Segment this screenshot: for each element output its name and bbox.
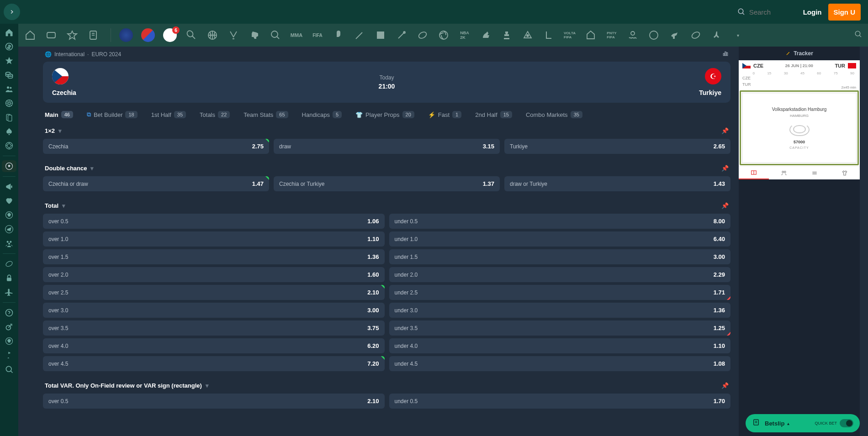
bet-over[interactable]: over 3.53.75 <box>43 320 385 336</box>
nav-promo[interactable] <box>2 181 16 193</box>
bet-over[interactable]: over 4.06.20 <box>43 338 385 353</box>
tab-fast[interactable]: ⚡ Fast 1 <box>428 111 461 118</box>
pin-icon[interactable]: 📌 <box>721 165 729 172</box>
bet-cz-or-tr[interactable]: Czechia or Turkiye 1.37 <box>274 176 500 191</box>
pin-icon[interactable]: 📌 <box>721 382 729 389</box>
strip-dota-icon[interactable] <box>374 29 387 42</box>
strip-voltafifa-icon[interactable]: VOLTAFIFA <box>563 29 576 42</box>
bet-under[interactable]: under 3.51.25 <box>389 320 731 336</box>
strip-greyhound-icon[interactable] <box>668 29 681 42</box>
bet-czechia[interactable]: Czechia 2.75 <box>43 139 269 154</box>
strip-soccer-icon[interactable]: 6 <box>163 28 177 42</box>
strip-copa-icon[interactable] <box>141 28 155 42</box>
strip-penaltyfifa-icon[interactable]: PNTYFIFA <box>605 29 618 42</box>
bet-over[interactable]: over 2.52.10 <box>43 285 385 300</box>
bet-over[interactable]: over 1.51.36 <box>43 249 385 264</box>
chevron-down-icon[interactable]: ▾ <box>206 382 209 389</box>
strip-live-icon[interactable] <box>45 29 58 42</box>
nav-cards[interactable] <box>2 111 16 123</box>
bet-over[interactable]: over 4.57.20 <box>43 356 385 371</box>
bet-over[interactable]: over 0.51.06 <box>43 214 385 229</box>
tab-1st-half[interactable]: 1st Half 35 <box>151 111 186 118</box>
tab-bet-builder[interactable]: ⧉ Bet Builder 18 <box>87 111 138 118</box>
strip-horse-icon[interactable] <box>479 29 492 42</box>
tab-2nd-half[interactable]: 2nd Half 15 <box>475 111 512 118</box>
strip-waterpolo-icon[interactable] <box>626 29 639 42</box>
nav-coins[interactable] <box>2 69 16 81</box>
strip-tennis-icon[interactable] <box>185 29 198 42</box>
tab-totals[interactable]: Totals 22 <box>200 111 230 118</box>
strip-euro-stars-icon[interactable] <box>119 28 133 42</box>
nav-football[interactable] <box>2 209 16 221</box>
nav-football2[interactable] <box>2 335 16 347</box>
strip-tabletennis-icon[interactable] <box>269 29 282 42</box>
bet-over[interactable]: over 0.52.10 <box>43 394 385 409</box>
chevron-down-icon[interactable]: ▾ <box>58 127 62 134</box>
bet-under[interactable]: under 0.58.00 <box>389 214 731 229</box>
strip-home-icon[interactable] <box>24 29 37 42</box>
strip-csgo-icon[interactable] <box>248 29 261 42</box>
bet-under[interactable]: under 0.51.70 <box>389 394 731 409</box>
bet-draw-or-tr[interactable]: draw or Turkiye 1.43 <box>504 176 730 191</box>
strip-mma-icon[interactable]: MMA <box>290 29 303 42</box>
nav-rugby[interactable] <box>2 258 16 270</box>
nav-more[interactable] <box>2 363 16 375</box>
strip-floorball-icon[interactable] <box>584 29 597 42</box>
strip-amfootball-icon[interactable] <box>416 29 429 42</box>
strip-billiards-icon[interactable] <box>521 29 534 42</box>
nav-star[interactable] <box>2 55 16 67</box>
strip-results-icon[interactable] <box>87 29 100 42</box>
strip-badminton-icon[interactable] <box>353 29 366 42</box>
bet-under[interactable]: under 4.01.10 <box>389 338 731 353</box>
strip-handball-icon[interactable] <box>647 29 660 42</box>
bet-under[interactable]: under 4.51.08 <box>389 356 731 371</box>
strip-basketball-icon[interactable] <box>206 29 219 42</box>
nav-lock[interactable] <box>2 272 16 284</box>
tab-handicaps[interactable]: Handicaps 5 <box>302 111 342 118</box>
login-button[interactable]: Login <box>797 5 828 20</box>
strip-cricket-icon[interactable] <box>395 29 408 42</box>
pin-icon[interactable]: 📌 <box>721 127 729 134</box>
bet-turkiye[interactable]: Turkiye 2.65 <box>504 139 730 154</box>
nav-chips[interactable] <box>2 140 16 152</box>
bet-under[interactable]: under 2.51.71 <box>389 285 731 300</box>
strip-athletics-icon[interactable] <box>710 29 723 42</box>
nav-money[interactable] <box>2 41 16 53</box>
bet-cz-or-draw[interactable]: Czechia or draw 1.47 <box>43 176 269 191</box>
quickbet-toggle[interactable] <box>840 419 853 427</box>
nav-help[interactable] <box>2 307 16 319</box>
bet-under[interactable]: under 1.53.00 <box>389 249 731 264</box>
tab-main[interactable]: Main 46 <box>45 111 73 118</box>
tracker-tab-kit[interactable] <box>830 167 860 179</box>
tracker-tab-pitch[interactable] <box>739 167 769 179</box>
nav-target[interactable] <box>2 321 16 333</box>
strip-volleyball-icon[interactable] <box>437 29 450 42</box>
expand-sidebar-button[interactable] <box>4 4 20 20</box>
pin-icon[interactable]: 📌 <box>721 202 729 209</box>
tab-player-props[interactable]: 👕 Player Props 20 <box>355 111 414 118</box>
tracker-tab-lineups[interactable] <box>769 167 799 179</box>
bet-under[interactable]: under 1.06.40 <box>389 231 731 247</box>
bet-draw[interactable]: draw 3.15 <box>274 139 500 154</box>
chevron-down-icon[interactable]: ▾ <box>90 165 94 172</box>
bet-under[interactable]: under 3.01.36 <box>389 303 731 318</box>
nav-spades[interactable] <box>2 126 16 137</box>
tab-combo[interactable]: Combo Markets 35 <box>526 111 582 118</box>
bet-over[interactable]: over 1.01.10 <box>43 231 385 247</box>
betslip-button[interactable]: Betslip ▴ QUICK BET <box>746 414 860 432</box>
strip-star-icon[interactable] <box>66 29 79 42</box>
nav-home[interactable] <box>2 26 16 38</box>
tracker-tab-stats[interactable] <box>799 167 830 179</box>
strip-lol-icon[interactable] <box>542 29 555 42</box>
strip-boxing-icon[interactable] <box>332 29 345 42</box>
nav-plane[interactable] <box>2 286 16 298</box>
strip-dropdown-icon[interactable]: ▾ <box>731 29 744 42</box>
breadcrumb-category[interactable]: International <box>54 51 85 58</box>
nav-soccer-active[interactable] <box>2 160 16 172</box>
strip-nba2k-icon[interactable]: NBA2K <box>458 29 471 42</box>
chevron-down-icon[interactable]: ▾ <box>62 202 65 209</box>
signup-button[interactable]: Sign U <box>828 4 861 21</box>
strip-search-icon[interactable] <box>854 30 863 40</box>
nav-heart[interactable] <box>2 195 16 207</box>
breadcrumb-event[interactable]: EURO 2024 <box>91 51 121 58</box>
